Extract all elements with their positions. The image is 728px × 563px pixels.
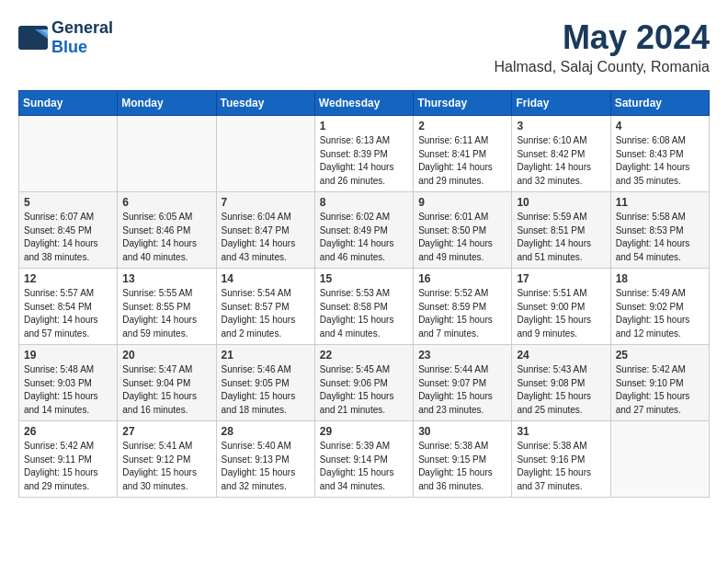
calendar-cell: 2Sunrise: 6:11 AMSunset: 8:41 PMDaylight…: [414, 116, 512, 192]
day-number: 11: [616, 196, 704, 209]
day-number: 21: [222, 349, 310, 362]
calendar-cell: 10Sunrise: 5:59 AMSunset: 8:51 PMDayligh…: [512, 192, 610, 269]
day-info: Sunrise: 5:42 AMSunset: 9:10 PMDaylight:…: [616, 363, 704, 417]
calendar-header-wednesday: Wednesday: [314, 91, 413, 116]
calendar-table: SundayMondayTuesdayWednesdayThursdayFrid…: [18, 90, 710, 498]
day-number: 31: [517, 425, 605, 438]
logo-icon: [18, 26, 48, 50]
day-number: 6: [122, 196, 210, 209]
day-info: Sunrise: 6:02 AMSunset: 8:49 PMDaylight:…: [320, 211, 408, 264]
day-info: Sunrise: 5:59 AMSunset: 8:51 PMDaylight:…: [517, 211, 605, 264]
day-info: Sunrise: 5:46 AMSunset: 9:05 PMDaylight:…: [222, 363, 310, 417]
calendar-cell: 17Sunrise: 5:51 AMSunset: 9:00 PMDayligh…: [512, 269, 610, 345]
calendar-cell: 30Sunrise: 5:38 AMSunset: 9:15 PMDayligh…: [414, 421, 512, 498]
calendar-week-row: 19Sunrise: 5:48 AMSunset: 9:03 PMDayligh…: [19, 345, 710, 421]
logo-text: GeneralBlue: [51, 18, 113, 57]
day-info: Sunrise: 6:13 AMSunset: 8:39 PMDaylight:…: [320, 134, 408, 188]
day-number: 4: [616, 120, 704, 132]
calendar-cell: [19, 116, 118, 192]
day-info: Sunrise: 5:57 AMSunset: 8:54 PMDaylight:…: [24, 287, 112, 340]
day-number: 16: [418, 272, 506, 285]
calendar-cell: 5Sunrise: 6:07 AMSunset: 8:45 PMDaylight…: [19, 192, 118, 269]
logo: GeneralBlue: [18, 18, 113, 57]
day-info: Sunrise: 5:43 AMSunset: 9:08 PMDaylight:…: [517, 363, 605, 417]
calendar-cell: 28Sunrise: 5:40 AMSunset: 9:13 PMDayligh…: [216, 421, 314, 498]
calendar-header-thursday: Thursday: [414, 91, 512, 116]
calendar-cell: 24Sunrise: 5:43 AMSunset: 9:08 PMDayligh…: [512, 345, 610, 421]
calendar-cell: 20Sunrise: 5:47 AMSunset: 9:04 PMDayligh…: [118, 345, 216, 421]
calendar-cell: 31Sunrise: 5:38 AMSunset: 9:16 PMDayligh…: [512, 421, 610, 498]
calendar-cell: 27Sunrise: 5:41 AMSunset: 9:12 PMDayligh…: [118, 421, 216, 498]
day-info: Sunrise: 5:39 AMSunset: 9:14 PMDaylight:…: [320, 440, 408, 493]
day-number: 3: [517, 120, 605, 132]
day-number: 14: [222, 272, 310, 285]
calendar-cell: 21Sunrise: 5:46 AMSunset: 9:05 PMDayligh…: [216, 345, 314, 421]
calendar-cell: 26Sunrise: 5:42 AMSunset: 9:11 PMDayligh…: [19, 421, 118, 498]
day-number: 20: [122, 349, 210, 362]
day-info: Sunrise: 5:41 AMSunset: 9:12 PMDaylight:…: [122, 440, 210, 493]
day-info: Sunrise: 6:10 AMSunset: 8:42 PMDaylight:…: [517, 134, 605, 188]
calendar-cell: 8Sunrise: 6:02 AMSunset: 8:49 PMDaylight…: [314, 192, 413, 269]
location: Halmasd, Salaj County, Romania: [495, 59, 710, 75]
svg-rect-0: [18, 26, 48, 50]
day-number: 1: [320, 120, 408, 132]
month-title: May 2024: [495, 18, 710, 57]
calendar-cell: 19Sunrise: 5:48 AMSunset: 9:03 PMDayligh…: [19, 345, 118, 421]
day-info: Sunrise: 5:48 AMSunset: 9:03 PMDaylight:…: [24, 363, 112, 417]
calendar-cell: 9Sunrise: 6:01 AMSunset: 8:50 PMDaylight…: [414, 192, 512, 269]
day-info: Sunrise: 6:01 AMSunset: 8:50 PMDaylight:…: [418, 211, 506, 264]
day-info: Sunrise: 5:47 AMSunset: 9:04 PMDaylight:…: [122, 363, 210, 417]
day-info: Sunrise: 6:07 AMSunset: 8:45 PMDaylight:…: [24, 211, 112, 264]
day-number: 12: [24, 272, 112, 285]
calendar-cell: 13Sunrise: 5:55 AMSunset: 8:55 PMDayligh…: [118, 269, 216, 345]
day-info: Sunrise: 5:55 AMSunset: 8:55 PMDaylight:…: [122, 287, 210, 340]
calendar-week-row: 1Sunrise: 6:13 AMSunset: 8:39 PMDaylight…: [19, 116, 710, 192]
calendar-header-saturday: Saturday: [610, 91, 709, 116]
calendar-week-row: 5Sunrise: 6:07 AMSunset: 8:45 PMDaylight…: [19, 192, 710, 269]
day-info: Sunrise: 5:52 AMSunset: 8:59 PMDaylight:…: [418, 287, 506, 340]
title-block: May 2024 Halmasd, Salaj County, Romania: [495, 18, 710, 75]
day-info: Sunrise: 6:04 AMSunset: 8:47 PMDaylight:…: [222, 211, 310, 264]
day-number: 5: [24, 196, 112, 209]
day-number: 10: [517, 196, 605, 209]
calendar-cell: 12Sunrise: 5:57 AMSunset: 8:54 PMDayligh…: [19, 269, 118, 345]
calendar-cell: 16Sunrise: 5:52 AMSunset: 8:59 PMDayligh…: [414, 269, 512, 345]
day-number: 9: [418, 196, 506, 209]
day-number: 8: [320, 196, 408, 209]
day-number: 30: [418, 425, 506, 438]
day-info: Sunrise: 6:11 AMSunset: 8:41 PMDaylight:…: [418, 134, 506, 188]
calendar-cell: [216, 116, 314, 192]
day-info: Sunrise: 6:08 AMSunset: 8:43 PMDaylight:…: [616, 134, 704, 188]
day-number: 23: [418, 349, 506, 362]
day-number: 29: [320, 425, 408, 438]
day-number: 18: [616, 272, 704, 285]
calendar-cell: 22Sunrise: 5:45 AMSunset: 9:06 PMDayligh…: [314, 345, 413, 421]
calendar-cell: 14Sunrise: 5:54 AMSunset: 8:57 PMDayligh…: [216, 269, 314, 345]
day-info: Sunrise: 5:53 AMSunset: 8:58 PMDaylight:…: [320, 287, 408, 340]
calendar-header-sunday: Sunday: [19, 91, 118, 116]
calendar-cell: 6Sunrise: 6:05 AMSunset: 8:46 PMDaylight…: [118, 192, 216, 269]
day-number: 24: [517, 349, 605, 362]
day-info: Sunrise: 5:40 AMSunset: 9:13 PMDaylight:…: [222, 440, 310, 493]
calendar-cell: 15Sunrise: 5:53 AMSunset: 8:58 PMDayligh…: [314, 269, 413, 345]
day-number: 19: [24, 349, 112, 362]
calendar-cell: 25Sunrise: 5:42 AMSunset: 9:10 PMDayligh…: [610, 345, 709, 421]
day-info: Sunrise: 5:58 AMSunset: 8:53 PMDaylight:…: [616, 211, 704, 264]
calendar-header-row: SundayMondayTuesdayWednesdayThursdayFrid…: [19, 91, 710, 116]
day-number: 25: [616, 349, 704, 362]
calendar-cell: 1Sunrise: 6:13 AMSunset: 8:39 PMDaylight…: [314, 116, 413, 192]
calendar-cell: 4Sunrise: 6:08 AMSunset: 8:43 PMDaylight…: [610, 116, 709, 192]
calendar-header-friday: Friday: [512, 91, 610, 116]
calendar-week-row: 12Sunrise: 5:57 AMSunset: 8:54 PMDayligh…: [19, 269, 710, 345]
day-number: 26: [24, 425, 112, 438]
day-info: Sunrise: 5:49 AMSunset: 9:02 PMDaylight:…: [616, 287, 704, 340]
day-number: 7: [222, 196, 310, 209]
day-number: 27: [122, 425, 210, 438]
day-number: 28: [222, 425, 310, 438]
calendar-cell: [610, 421, 709, 498]
calendar-cell: 11Sunrise: 5:58 AMSunset: 8:53 PMDayligh…: [610, 192, 709, 269]
calendar-cell: 18Sunrise: 5:49 AMSunset: 9:02 PMDayligh…: [610, 269, 709, 345]
calendar-cell: 3Sunrise: 6:10 AMSunset: 8:42 PMDaylight…: [512, 116, 610, 192]
day-number: 13: [122, 272, 210, 285]
day-info: Sunrise: 5:42 AMSunset: 9:11 PMDaylight:…: [24, 440, 112, 493]
